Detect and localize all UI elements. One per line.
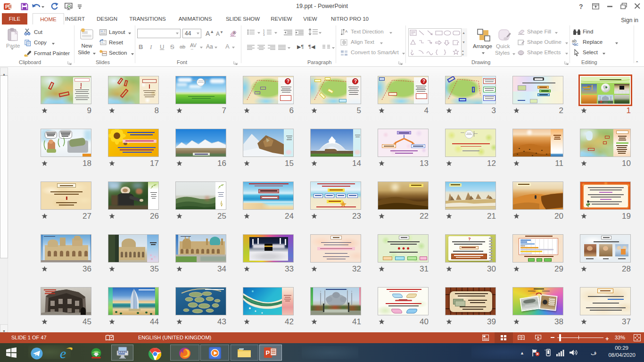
svg-text:P: P (266, 349, 270, 356)
svg-text:A: A (233, 31, 236, 35)
svg-text:?: ? (579, 3, 583, 10)
svg-text:A: A (345, 29, 348, 33)
svg-text:ac: ac (574, 42, 578, 46)
svg-text:˝: ˝ (545, 350, 546, 353)
svg-text:e: e (60, 346, 66, 361)
svg-text:3: 3 (263, 33, 265, 36)
